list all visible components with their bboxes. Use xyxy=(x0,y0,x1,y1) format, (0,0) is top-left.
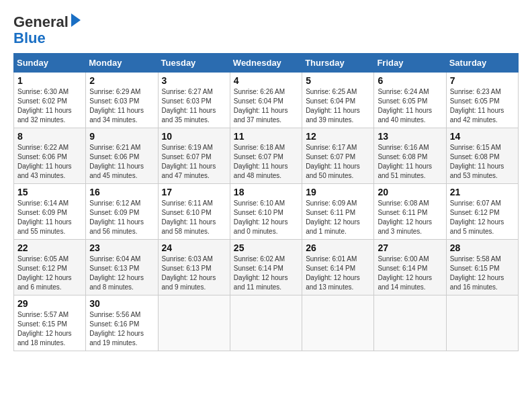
day-number: 8 xyxy=(17,131,82,142)
page-header: General Blue xyxy=(13,13,519,46)
calendar-cell xyxy=(446,295,518,351)
day-number: 10 xyxy=(162,131,226,142)
calendar-cell: 7Sunrise: 6:23 AM Sunset: 6:05 PM Daylig… xyxy=(446,73,518,128)
header-day: Sunday xyxy=(14,54,86,73)
day-number: 24 xyxy=(162,242,226,253)
day-number: 9 xyxy=(89,131,154,142)
day-info: Sunrise: 6:00 AM Sunset: 6:14 PM Dayligh… xyxy=(378,255,442,292)
day-number: 2 xyxy=(89,75,154,86)
header-day: Monday xyxy=(86,54,158,73)
calendar-cell: 20Sunrise: 6:08 AM Sunset: 6:11 PM Dayli… xyxy=(374,184,446,240)
header-day: Tuesday xyxy=(158,54,230,73)
day-number: 23 xyxy=(89,242,154,253)
day-info: Sunrise: 6:26 AM Sunset: 6:04 PM Dayligh… xyxy=(234,87,298,125)
day-info: Sunrise: 6:07 AM Sunset: 6:12 PM Dayligh… xyxy=(450,199,515,236)
calendar-cell: 4Sunrise: 6:26 AM Sunset: 6:04 PM Daylig… xyxy=(230,73,302,128)
day-info: Sunrise: 6:30 AM Sunset: 6:02 PM Dayligh… xyxy=(17,87,82,125)
day-number: 3 xyxy=(162,75,226,86)
day-info: Sunrise: 6:18 AM Sunset: 6:07 PM Dayligh… xyxy=(234,143,298,181)
day-number: 29 xyxy=(17,298,82,309)
day-number: 19 xyxy=(306,187,370,197)
day-info: Sunrise: 5:58 AM Sunset: 6:15 PM Dayligh… xyxy=(450,255,515,292)
day-number: 18 xyxy=(234,187,298,197)
day-number: 27 xyxy=(378,242,442,253)
day-number: 22 xyxy=(17,242,82,253)
day-number: 4 xyxy=(234,75,298,86)
calendar-cell: 22Sunrise: 6:05 AM Sunset: 6:12 PM Dayli… xyxy=(14,240,86,295)
day-info: Sunrise: 6:19 AM Sunset: 6:07 PM Dayligh… xyxy=(162,143,226,181)
day-info: Sunrise: 6:15 AM Sunset: 6:08 PM Dayligh… xyxy=(450,143,515,181)
calendar-cell xyxy=(302,295,374,351)
calendar-cell: 9Sunrise: 6:21 AM Sunset: 6:06 PM Daylig… xyxy=(86,128,158,184)
day-info: Sunrise: 6:23 AM Sunset: 6:05 PM Dayligh… xyxy=(450,87,515,125)
day-info: Sunrise: 6:16 AM Sunset: 6:08 PM Dayligh… xyxy=(378,143,442,181)
day-info: Sunrise: 6:09 AM Sunset: 6:11 PM Dayligh… xyxy=(306,199,370,236)
calendar-cell xyxy=(158,295,230,351)
day-number: 13 xyxy=(378,131,442,142)
day-info: Sunrise: 6:12 AM Sunset: 6:09 PM Dayligh… xyxy=(89,199,154,236)
day-info: Sunrise: 6:25 AM Sunset: 6:04 PM Dayligh… xyxy=(306,87,370,125)
day-number: 16 xyxy=(89,187,154,197)
day-number: 12 xyxy=(306,131,370,142)
day-number: 21 xyxy=(450,187,515,197)
day-info: Sunrise: 6:14 AM Sunset: 6:09 PM Dayligh… xyxy=(17,199,82,236)
calendar-cell: 16Sunrise: 6:12 AM Sunset: 6:09 PM Dayli… xyxy=(86,184,158,240)
day-info: Sunrise: 6:03 AM Sunset: 6:13 PM Dayligh… xyxy=(162,255,226,292)
day-number: 11 xyxy=(234,131,298,142)
day-info: Sunrise: 6:10 AM Sunset: 6:10 PM Dayligh… xyxy=(234,199,298,236)
day-info: Sunrise: 6:01 AM Sunset: 6:14 PM Dayligh… xyxy=(306,255,370,292)
calendar-cell: 17Sunrise: 6:11 AM Sunset: 6:10 PM Dayli… xyxy=(158,184,230,240)
calendar-cell: 30Sunrise: 5:56 AM Sunset: 6:16 PM Dayli… xyxy=(86,295,158,351)
day-info: Sunrise: 6:21 AM Sunset: 6:06 PM Dayligh… xyxy=(89,143,154,181)
calendar-cell: 25Sunrise: 6:02 AM Sunset: 6:14 PM Dayli… xyxy=(230,240,302,295)
day-info: Sunrise: 6:27 AM Sunset: 6:03 PM Dayligh… xyxy=(162,87,226,125)
day-number: 14 xyxy=(450,131,515,142)
calendar-cell: 21Sunrise: 6:07 AM Sunset: 6:12 PM Dayli… xyxy=(446,184,518,240)
day-number: 1 xyxy=(17,75,82,86)
calendar-cell: 18Sunrise: 6:10 AM Sunset: 6:10 PM Dayli… xyxy=(230,184,302,240)
calendar-cell: 2Sunrise: 6:29 AM Sunset: 6:03 PM Daylig… xyxy=(86,73,158,128)
day-info: Sunrise: 6:29 AM Sunset: 6:03 PM Dayligh… xyxy=(89,87,154,125)
calendar-cell xyxy=(230,295,302,351)
day-number: 7 xyxy=(450,75,515,86)
day-number: 25 xyxy=(234,242,298,253)
day-info: Sunrise: 6:02 AM Sunset: 6:14 PM Dayligh… xyxy=(234,255,298,292)
calendar-cell: 12Sunrise: 6:17 AM Sunset: 6:07 PM Dayli… xyxy=(302,128,374,184)
day-info: Sunrise: 6:04 AM Sunset: 6:13 PM Dayligh… xyxy=(89,255,154,292)
day-info: Sunrise: 6:08 AM Sunset: 6:11 PM Dayligh… xyxy=(378,199,442,236)
day-info: Sunrise: 6:05 AM Sunset: 6:12 PM Dayligh… xyxy=(17,255,82,292)
calendar-cell: 8Sunrise: 6:22 AM Sunset: 6:06 PM Daylig… xyxy=(14,128,86,184)
calendar-cell: 26Sunrise: 6:01 AM Sunset: 6:14 PM Dayli… xyxy=(302,240,374,295)
header-day: Wednesday xyxy=(230,54,302,73)
day-number: 17 xyxy=(162,187,226,197)
header-day: Saturday xyxy=(446,54,518,73)
day-info: Sunrise: 5:56 AM Sunset: 6:16 PM Dayligh… xyxy=(89,310,154,348)
calendar-cell: 23Sunrise: 6:04 AM Sunset: 6:13 PM Dayli… xyxy=(86,240,158,295)
day-number: 15 xyxy=(17,187,82,197)
day-number: 5 xyxy=(306,75,370,86)
day-number: 28 xyxy=(450,242,515,253)
calendar-cell: 15Sunrise: 6:14 AM Sunset: 6:09 PM Dayli… xyxy=(14,184,86,240)
header-row: SundayMondayTuesdayWednesdayThursdayFrid… xyxy=(14,54,519,73)
calendar-cell: 19Sunrise: 6:09 AM Sunset: 6:11 PM Dayli… xyxy=(302,184,374,240)
calendar-cell: 24Sunrise: 6:03 AM Sunset: 6:13 PM Dayli… xyxy=(158,240,230,295)
calendar-cell: 5Sunrise: 6:25 AM Sunset: 6:04 PM Daylig… xyxy=(302,73,374,128)
day-number: 26 xyxy=(306,242,370,253)
day-info: Sunrise: 6:22 AM Sunset: 6:06 PM Dayligh… xyxy=(17,143,82,181)
day-info: Sunrise: 6:24 AM Sunset: 6:05 PM Dayligh… xyxy=(378,87,442,125)
day-info: Sunrise: 5:57 AM Sunset: 6:15 PM Dayligh… xyxy=(17,310,82,348)
calendar-cell xyxy=(374,295,446,351)
day-number: 30 xyxy=(89,298,154,309)
calendar-cell: 14Sunrise: 6:15 AM Sunset: 6:08 PM Dayli… xyxy=(446,128,518,184)
header-day: Friday xyxy=(374,54,446,73)
day-number: 20 xyxy=(378,187,442,197)
day-number: 6 xyxy=(378,75,442,86)
calendar-cell: 10Sunrise: 6:19 AM Sunset: 6:07 PM Dayli… xyxy=(158,128,230,184)
header-day: Thursday xyxy=(302,54,374,73)
calendar-cell: 29Sunrise: 5:57 AM Sunset: 6:15 PM Dayli… xyxy=(14,295,86,351)
calendar-table: SundayMondayTuesdayWednesdayThursdayFrid… xyxy=(13,53,519,351)
calendar-cell: 27Sunrise: 6:00 AM Sunset: 6:14 PM Dayli… xyxy=(374,240,446,295)
logo-text: General xyxy=(13,13,81,30)
logo-blue: Blue xyxy=(13,30,46,46)
calendar-cell: 28Sunrise: 5:58 AM Sunset: 6:15 PM Dayli… xyxy=(446,240,518,295)
